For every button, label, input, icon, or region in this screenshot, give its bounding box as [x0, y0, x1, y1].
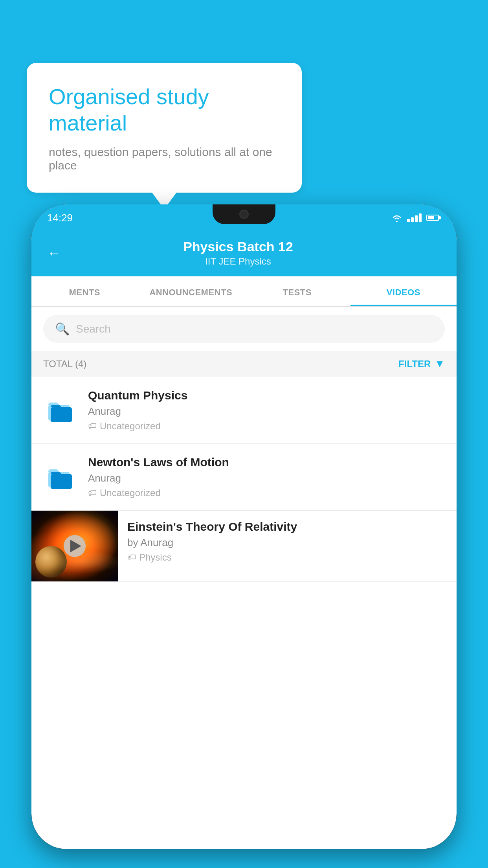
tag-label: Uncategorized — [100, 487, 161, 498]
item-author: Anurag — [88, 405, 445, 417]
tab-tests[interactable]: TESTS — [244, 276, 350, 306]
signal-bar-1 — [407, 219, 410, 222]
tag-label: Uncategorized — [100, 421, 161, 432]
signal-bars-icon — [407, 213, 422, 222]
filter-label: FILTER — [398, 359, 431, 370]
list-item-with-thumb[interactable]: Einstein's Theory Of Relativity by Anura… — [31, 511, 457, 582]
status-icons — [391, 213, 441, 222]
item-title: Einstein's Theory Of Relativity — [127, 520, 447, 533]
item-title: Newton's Laws of Motion — [88, 456, 445, 469]
item-author: Anurag — [88, 472, 445, 484]
header-subtitle: IIT JEE Physics — [73, 256, 403, 267]
play-button[interactable] — [64, 535, 86, 557]
tag-label: Physics — [139, 552, 172, 563]
wifi-icon — [391, 213, 402, 222]
battery-body — [426, 215, 439, 221]
status-bar: 14:29 — [31, 204, 457, 231]
search-bar[interactable]: 🔍 Search — [43, 315, 445, 343]
item-tag: 🏷 Uncategorized — [88, 487, 445, 498]
svg-rect-1 — [51, 407, 72, 422]
item-content: Einstein's Theory Of Relativity by Anura… — [118, 511, 457, 563]
search-placeholder: Search — [76, 323, 111, 335]
svg-rect-3 — [51, 474, 72, 489]
item-tag: 🏷 Uncategorized — [88, 421, 445, 432]
total-count-label: TOTAL (4) — [43, 359, 86, 370]
list-item[interactable]: Newton's Laws of Motion Anurag 🏷 Uncateg… — [31, 444, 457, 511]
tab-ments[interactable]: MENTS — [31, 276, 138, 306]
filter-button[interactable]: FILTER ▼ — [398, 358, 445, 370]
video-list: Quantum Physics Anurag 🏷 Uncategorized — [31, 377, 457, 582]
item-author: by Anurag — [127, 537, 447, 549]
battery-fill — [428, 216, 434, 219]
speech-bubble-title: Organised study material — [49, 83, 280, 136]
list-item[interactable]: Quantum Physics Anurag 🏷 Uncategorized — [31, 377, 457, 444]
filter-row: TOTAL (4) FILTER ▼ — [31, 351, 457, 377]
tag-icon: 🏷 — [88, 488, 97, 498]
phone-screen: 14:29 — [31, 204, 457, 849]
search-container: 🔍 Search — [31, 307, 457, 351]
signal-bar-3 — [415, 215, 418, 222]
play-triangle-icon — [70, 540, 81, 552]
item-tag: 🏷 Physics — [127, 552, 447, 563]
video-thumbnail — [31, 511, 118, 581]
status-time: 14:29 — [47, 212, 73, 224]
tag-icon: 🏷 — [88, 421, 97, 431]
speech-bubble-container: Organised study material notes, question… — [27, 63, 302, 193]
battery-icon — [426, 215, 441, 221]
phone-notch — [213, 204, 275, 224]
app-header: ← Physics Batch 12 IIT JEE Physics — [31, 231, 457, 276]
tab-announcements[interactable]: ANNOUNCEMENTS — [138, 276, 244, 306]
folder-icon — [47, 396, 75, 425]
signal-bar-2 — [411, 217, 414, 222]
camera-lens — [239, 210, 249, 219]
battery-tip — [439, 216, 441, 219]
header-center: Physics Batch 12 IIT JEE Physics — [73, 239, 403, 267]
signal-bar-4 — [419, 213, 422, 222]
item-title: Quantum Physics — [88, 389, 445, 402]
search-icon: 🔍 — [55, 322, 70, 336]
tab-videos[interactable]: VIDEOS — [350, 276, 457, 306]
speech-bubble-subtitle: notes, question papers, solutions all at… — [49, 145, 280, 172]
folder-icon — [47, 463, 75, 491]
speech-bubble: Organised study material notes, question… — [27, 63, 302, 193]
phone-frame: 14:29 — [31, 204, 457, 849]
item-content: Newton's Laws of Motion Anurag 🏷 Uncateg… — [88, 456, 445, 498]
header-title: Physics Batch 12 — [73, 239, 403, 254]
tag-icon: 🏷 — [127, 552, 136, 563]
tabs-container: MENTS ANNOUNCEMENTS TESTS VIDEOS — [31, 276, 457, 307]
item-icon-container — [43, 393, 79, 428]
filter-funnel-icon: ▼ — [435, 358, 445, 370]
back-button[interactable]: ← — [47, 245, 61, 261]
item-content: Quantum Physics Anurag 🏷 Uncategorized — [88, 389, 445, 432]
item-icon-container — [43, 460, 79, 495]
